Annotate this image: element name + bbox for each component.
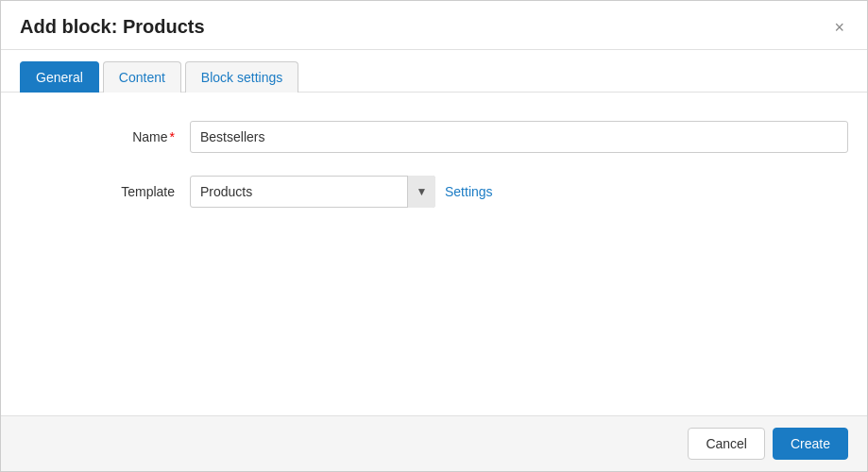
add-block-dialog: Add block: Products × General Content Bl… [0,0,868,472]
name-row: Name* [20,121,848,153]
tab-general[interactable]: General [20,61,99,93]
name-label: Name* [20,129,190,144]
tab-block-settings[interactable]: Block settings [185,61,298,93]
required-indicator: * [170,129,175,144]
create-button[interactable]: Create [773,428,848,460]
name-input[interactable] [190,121,848,153]
template-select-wrapper: Products List Grid Carousel ▼ [190,176,435,208]
tab-content[interactable]: Content [103,61,181,93]
dialog-title: Add block: Products [20,16,205,38]
close-button[interactable]: × [830,19,848,36]
template-label: Template [20,184,190,199]
dialog-header: Add block: Products × [1,1,867,50]
dialog-footer: Cancel Create [1,415,867,471]
template-row: Template Products List Grid Carousel ▼ S… [20,176,848,208]
template-select[interactable]: Products List Grid Carousel [190,176,435,208]
template-settings-link[interactable]: Settings [445,184,493,199]
cancel-button[interactable]: Cancel [688,428,765,460]
tabs-bar: General Content Block settings [1,50,867,93]
dialog-body: Name* Template Products List Grid Carous… [1,93,867,415]
template-controls: Products List Grid Carousel ▼ Settings [190,176,493,208]
